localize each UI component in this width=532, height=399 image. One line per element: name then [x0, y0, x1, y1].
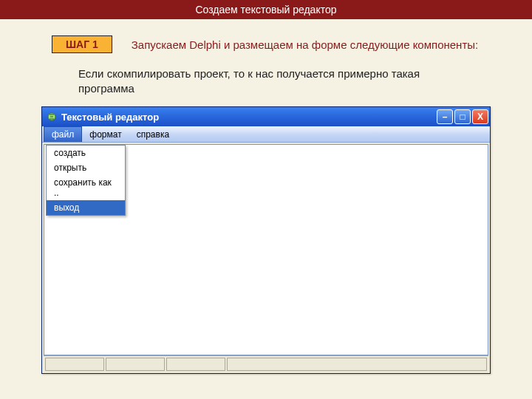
- close-button[interactable]: X: [472, 109, 488, 124]
- menu-item-label: формат: [89, 129, 121, 140]
- status-panel: [166, 358, 225, 371]
- step-row: ШАГ 1 Запускаем Delphi и размещаем на фо…: [52, 35, 532, 53]
- title-bar: Текстовый редактор – □ X: [42, 107, 490, 126]
- dropdown-item-new[interactable]: создать: [47, 146, 125, 160]
- maximize-icon: □: [460, 112, 465, 122]
- dropdown-item-label: сохранить как ..: [54, 177, 112, 198]
- editor-area[interactable]: создать открыть сохранить как .. выход: [44, 144, 488, 355]
- dropdown-item-exit[interactable]: выход: [47, 200, 125, 215]
- file-dropdown: создать открыть сохранить как .. выход: [46, 145, 126, 216]
- close-icon: X: [477, 112, 483, 122]
- menu-bar: файл формат справка: [42, 126, 490, 143]
- description-text: Если скомпилировать проект, то к нас пол…: [78, 66, 463, 95]
- page-header-title: Создаем текстовый редактор: [195, 4, 336, 16]
- step-text: Запускаем Delphi и размещаем на форме сл…: [132, 38, 478, 51]
- status-panel: [227, 358, 487, 371]
- dropdown-item-label: создать: [54, 148, 86, 158]
- page-header: Создаем текстовый редактор: [0, 0, 532, 19]
- window-buttons: – □ X: [437, 109, 488, 124]
- menu-item-label: справка: [137, 129, 169, 140]
- dropdown-item-saveas[interactable]: сохранить как ..: [47, 175, 125, 200]
- minimize-icon: –: [443, 112, 448, 122]
- window-title: Текстовый редактор: [61, 112, 437, 123]
- step-badge: ШАГ 1: [52, 35, 112, 53]
- dropdown-item-label: выход: [54, 202, 79, 213]
- client-wrap: создать открыть сохранить как .. выход: [42, 143, 490, 373]
- dropdown-item-label: открыть: [54, 163, 86, 173]
- status-panel: [45, 358, 104, 371]
- maximize-button[interactable]: □: [454, 109, 471, 124]
- app-window: Текстовый редактор – □ X файл формат спр…: [41, 106, 491, 374]
- menu-item-format[interactable]: формат: [82, 126, 129, 142]
- dropdown-item-open[interactable]: открыть: [47, 160, 125, 175]
- status-panel: [106, 358, 165, 371]
- menu-item-help[interactable]: справка: [129, 126, 177, 142]
- app-icon: [47, 112, 57, 122]
- status-bar: [44, 355, 488, 372]
- menu-item-file[interactable]: файл: [44, 126, 82, 142]
- menu-item-label: файл: [52, 129, 74, 140]
- minimize-button[interactable]: –: [437, 109, 453, 124]
